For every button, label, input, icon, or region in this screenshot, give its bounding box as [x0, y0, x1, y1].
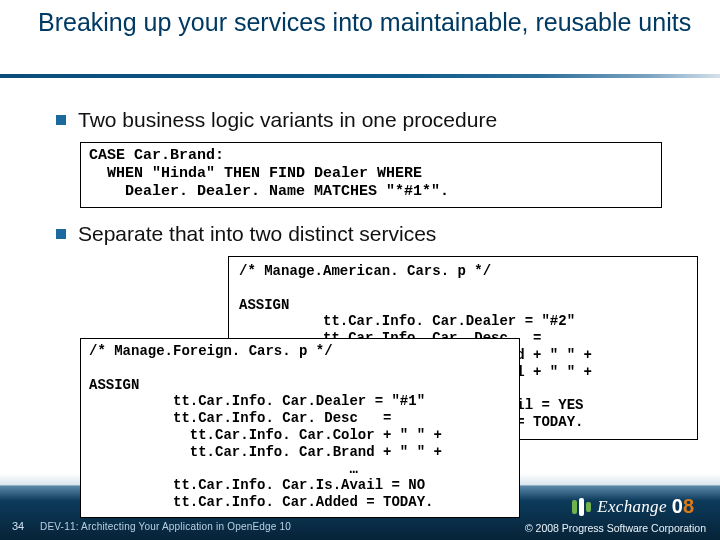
square-bullet-icon [56, 229, 66, 239]
bullet-item-2: Separate that into two distinct services [56, 222, 682, 246]
title-area: Breaking up your services into maintaina… [0, 0, 720, 78]
bullet-text: Two business logic variants in one proce… [78, 108, 497, 132]
progress-mark-icon [572, 498, 591, 516]
bullet-item-1: Two business logic variants in one proce… [56, 108, 682, 132]
content-area: Two business logic variants in one proce… [0, 78, 720, 506]
code-overlap-area: /* Manage.American. Cars. p */ ASSIGN tt… [38, 256, 682, 506]
square-bullet-icon [56, 115, 66, 125]
exchange-logo: Exchange 08 [572, 495, 694, 518]
bullet-text: Separate that into two distinct services [78, 222, 436, 246]
logo-year: 08 [672, 495, 694, 518]
code-block-foreign: /* Manage.Foreign. Cars. p */ ASSIGN tt.… [80, 338, 520, 518]
session-label: DEV-11: Architecting Your Application in… [40, 521, 291, 532]
code-block-case: CASE Car.Brand: WHEN "Hinda" THEN FIND D… [80, 142, 662, 208]
slide-number: 34 [12, 520, 24, 532]
copyright-text: © 2008 Progress Software Corporation [525, 522, 706, 534]
logo-word: Exchange [597, 497, 666, 517]
slide-title: Breaking up your services into maintaina… [38, 8, 720, 37]
title-underline [0, 74, 720, 78]
